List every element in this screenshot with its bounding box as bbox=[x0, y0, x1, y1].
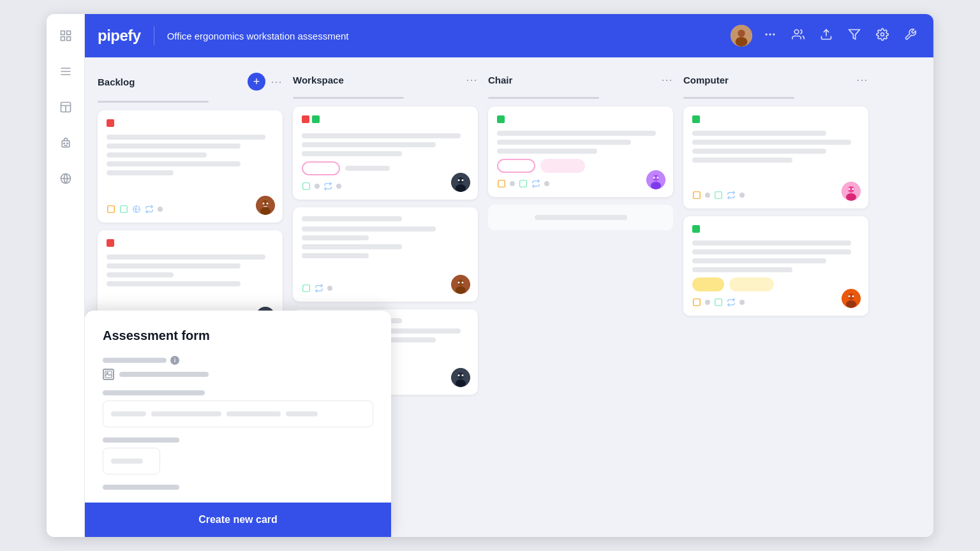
svg-point-12 bbox=[66, 143, 68, 144]
svg-point-20 bbox=[773, 33, 775, 35]
image-icon[interactable] bbox=[103, 369, 114, 380]
svg-point-70 bbox=[846, 193, 856, 201]
card-cp2[interactable] bbox=[683, 216, 868, 316]
svg-point-16 bbox=[738, 30, 745, 37]
form-section-label-2 bbox=[103, 390, 205, 395]
card-icon-cp1-3 bbox=[714, 191, 723, 200]
column-menu-backlog[interactable]: ⋯ bbox=[271, 75, 283, 89]
card-line bbox=[692, 131, 826, 136]
avatar-face-cp1 bbox=[842, 182, 861, 201]
card-icon-w1-4 bbox=[336, 184, 341, 189]
settings-icon[interactable] bbox=[872, 24, 893, 47]
svg-rect-1 bbox=[66, 31, 70, 35]
card-line bbox=[107, 143, 241, 149]
card-tag-cp1 bbox=[692, 115, 700, 123]
column-bar-computer bbox=[683, 97, 794, 99]
avatar-face-cp2 bbox=[842, 289, 861, 308]
sidebar-item-table[interactable] bbox=[54, 96, 77, 119]
svg-point-57 bbox=[458, 374, 460, 376]
card-tag-w1-green bbox=[312, 115, 320, 123]
export-icon[interactable] bbox=[816, 24, 836, 47]
column-menu-computer[interactable]: ⋯ bbox=[856, 73, 868, 87]
card-w1[interactable] bbox=[293, 107, 478, 200]
card-c1[interactable] bbox=[488, 107, 673, 197]
header-divider bbox=[154, 26, 154, 45]
svg-point-79 bbox=[852, 295, 854, 297]
card-avatar-c1 bbox=[646, 170, 665, 189]
form-small-input[interactable] bbox=[103, 448, 160, 474]
svg-point-52 bbox=[462, 282, 464, 284]
card-line bbox=[107, 152, 207, 158]
card-line bbox=[692, 249, 851, 254]
card-icon-c1-2 bbox=[510, 181, 515, 186]
svg-rect-47 bbox=[303, 285, 310, 292]
card-line bbox=[107, 281, 241, 286]
card-icon-cp1-1 bbox=[692, 191, 701, 200]
column-actions-backlog: + ⋯ bbox=[248, 73, 283, 91]
form-field-1: i bbox=[103, 356, 373, 380]
create-card-button[interactable]: Create new card bbox=[85, 503, 391, 537]
svg-point-56 bbox=[456, 379, 466, 387]
avatar-face-b1 bbox=[256, 196, 275, 215]
sidebar-item-grid[interactable] bbox=[54, 24, 77, 47]
sidebar-item-robot[interactable] bbox=[54, 131, 77, 154]
ph-chip-1 bbox=[111, 411, 146, 416]
card-line bbox=[107, 135, 265, 140]
card-avatar-b1 bbox=[256, 196, 275, 215]
card-line bbox=[107, 272, 174, 277]
ph-chip-3 bbox=[226, 411, 281, 416]
column-menu-chair[interactable]: ⋯ bbox=[661, 73, 673, 87]
card-icon-c1-4 bbox=[531, 179, 540, 188]
column-computer: Computer ⋯ bbox=[683, 70, 868, 524]
filter-icon[interactable] bbox=[844, 24, 865, 47]
svg-rect-73 bbox=[694, 299, 701, 306]
svg-rect-3 bbox=[66, 37, 70, 41]
sidebar-item-globe[interactable] bbox=[54, 167, 77, 190]
card-avatar-w3 bbox=[451, 368, 470, 387]
add-card-button-backlog[interactable]: + bbox=[248, 73, 265, 91]
people-icon[interactable] bbox=[788, 24, 808, 47]
card-placeholder-chair bbox=[488, 205, 673, 230]
column-bar-backlog bbox=[98, 101, 209, 103]
sidebar-item-list[interactable] bbox=[54, 60, 77, 83]
card-cp1[interactable] bbox=[683, 107, 868, 209]
more-dots-icon[interactable] bbox=[760, 24, 780, 47]
card-footer-w2 bbox=[302, 284, 469, 293]
card-w2[interactable] bbox=[293, 207, 478, 302]
card-tag-cp2 bbox=[692, 225, 700, 233]
status-pill-c1-2 bbox=[540, 159, 585, 173]
wrench-icon[interactable] bbox=[900, 24, 921, 47]
avatar-face-w1 bbox=[451, 173, 470, 192]
main-area: pipefy Office ergonomics workstation ass… bbox=[85, 14, 933, 537]
svg-point-18 bbox=[766, 33, 768, 35]
svg-rect-66 bbox=[694, 192, 701, 199]
card-line bbox=[302, 142, 436, 147]
column-title-backlog: Backlog bbox=[98, 77, 135, 87]
card-line bbox=[302, 226, 436, 231]
card-icon-cp2-2 bbox=[705, 300, 710, 305]
column-header-computer: Computer ⋯ bbox=[683, 70, 868, 89]
form-body: Assessment form i bbox=[85, 311, 391, 503]
avatar[interactable] bbox=[731, 25, 752, 47]
card-icon-b1-1 bbox=[107, 205, 115, 214]
card-line bbox=[107, 161, 241, 166]
card-icon-cp2-3 bbox=[714, 298, 723, 307]
form-text-input[interactable] bbox=[103, 400, 373, 427]
input-placeholder bbox=[111, 411, 318, 416]
card-tags-w1 bbox=[302, 115, 469, 128]
card-line bbox=[692, 240, 851, 246]
svg-rect-74 bbox=[715, 299, 722, 306]
column-bar-workspace bbox=[293, 97, 404, 99]
header-actions bbox=[731, 14, 921, 57]
column-menu-workspace[interactable]: ⋯ bbox=[466, 73, 478, 87]
status-pill-c1 bbox=[497, 159, 535, 173]
card-line bbox=[692, 140, 851, 145]
svg-point-71 bbox=[849, 188, 850, 190]
card-line bbox=[302, 216, 402, 221]
card-line bbox=[107, 170, 174, 175]
card-tag-b1 bbox=[107, 119, 114, 127]
card-b1[interactable] bbox=[98, 110, 283, 223]
column-header-chair: Chair ⋯ bbox=[488, 70, 673, 89]
column-title-computer: Computer bbox=[683, 75, 729, 85]
card-footer-b1 bbox=[107, 205, 274, 214]
